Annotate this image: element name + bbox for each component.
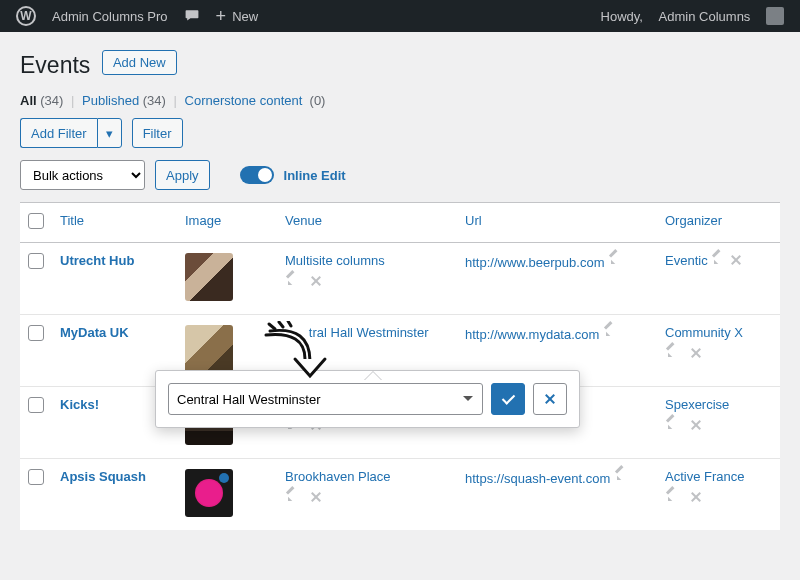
clear-icon[interactable] bbox=[309, 490, 323, 504]
select-all-checkbox[interactable] bbox=[28, 213, 44, 229]
pencil-icon[interactable] bbox=[608, 253, 622, 267]
plus-icon: + bbox=[216, 6, 227, 27]
inline-edit-popover: Central Hall Westminster bbox=[155, 370, 580, 428]
view-published-count: (34) bbox=[143, 93, 166, 108]
pencil-icon[interactable] bbox=[603, 325, 617, 339]
pencil-icon[interactable] bbox=[614, 469, 628, 483]
column-title[interactable]: Title bbox=[60, 213, 84, 228]
howdy-prefix: Howdy, bbox=[601, 9, 643, 24]
column-venue[interactable]: Venue bbox=[285, 213, 322, 228]
row-title-link[interactable]: Apsis Squash bbox=[60, 469, 146, 484]
pencil-icon[interactable] bbox=[665, 346, 679, 360]
filter-button[interactable]: Filter bbox=[132, 118, 183, 148]
check-icon bbox=[505, 392, 512, 406]
add-new-button[interactable]: Add New bbox=[102, 50, 177, 75]
row-checkbox[interactable] bbox=[28, 253, 44, 269]
apply-button[interactable]: Apply bbox=[155, 160, 210, 190]
site-name-menu[interactable]: Admin Columns Pro bbox=[44, 0, 176, 32]
url-link[interactable]: https://squash-event.com bbox=[465, 471, 610, 486]
clear-icon[interactable] bbox=[689, 418, 703, 432]
events-table: Title Image Venue Url Organizer Utrecht … bbox=[20, 202, 780, 530]
new-label: New bbox=[232, 9, 258, 24]
organizer-link[interactable]: Eventic bbox=[665, 253, 708, 268]
pencil-icon[interactable] bbox=[665, 418, 679, 432]
venue-link[interactable]: Central Hall Westminster bbox=[285, 325, 429, 340]
bulk-actions-select[interactable]: Bulk actions bbox=[20, 160, 145, 190]
view-published[interactable]: Published bbox=[82, 93, 139, 108]
pencil-icon[interactable] bbox=[665, 490, 679, 504]
row-thumbnail[interactable] bbox=[185, 325, 233, 373]
organizer-link[interactable]: Active France bbox=[665, 469, 744, 484]
clear-icon[interactable] bbox=[689, 490, 703, 504]
cancel-button[interactable] bbox=[533, 383, 567, 415]
view-cornerstone[interactable]: Cornerstone content bbox=[185, 93, 303, 108]
wp-logo-menu[interactable]: W bbox=[8, 0, 44, 32]
comment-icon bbox=[184, 7, 200, 26]
new-content-menu[interactable]: +New bbox=[208, 0, 267, 32]
table-row: Apsis Squash Brookhaven Place https://sq… bbox=[20, 459, 780, 531]
caret-down-icon: ▾ bbox=[106, 126, 113, 141]
venue-select[interactable]: Central Hall Westminster bbox=[168, 383, 483, 415]
page-title: Events bbox=[20, 52, 90, 79]
confirm-button[interactable] bbox=[491, 383, 525, 415]
view-filters: All (34) | Published (34) | Cornerstone … bbox=[20, 93, 780, 108]
table-row: Utrecht Hub Multisite columns http://www… bbox=[20, 243, 780, 315]
close-icon bbox=[543, 392, 557, 406]
view-all[interactable]: All bbox=[20, 93, 37, 108]
row-thumbnail[interactable] bbox=[185, 469, 233, 517]
my-account-menu[interactable]: Howdy, Admin Columns bbox=[593, 0, 792, 32]
comments-menu[interactable] bbox=[176, 0, 208, 32]
row-title-link[interactable]: MyData UK bbox=[60, 325, 129, 340]
howdy-user: Admin Columns bbox=[659, 9, 751, 24]
clear-icon[interactable] bbox=[689, 346, 703, 360]
column-organizer[interactable]: Organizer bbox=[665, 213, 722, 228]
inline-edit-toggle[interactable] bbox=[240, 166, 274, 184]
row-checkbox[interactable] bbox=[28, 325, 44, 341]
organizer-link[interactable]: Community X bbox=[665, 325, 743, 340]
row-title-link[interactable]: Utrecht Hub bbox=[60, 253, 134, 268]
column-url[interactable]: Url bbox=[465, 213, 482, 228]
inline-edit-label: Inline Edit bbox=[284, 168, 346, 183]
avatar bbox=[766, 7, 784, 25]
admin-bar: W Admin Columns Pro +New Howdy, Admin Co… bbox=[0, 0, 800, 32]
row-checkbox[interactable] bbox=[28, 469, 44, 485]
add-filter-dropdown-button[interactable]: ▾ bbox=[97, 118, 122, 148]
row-title-link[interactable]: Kicks! bbox=[60, 397, 99, 412]
row-checkbox[interactable] bbox=[28, 397, 44, 413]
venue-link[interactable]: Multisite columns bbox=[285, 253, 385, 268]
view-all-count: (34) bbox=[40, 93, 63, 108]
column-image[interactable]: Image bbox=[185, 213, 221, 228]
pencil-icon[interactable] bbox=[285, 490, 299, 504]
url-link[interactable]: http://www.beerpub.com bbox=[465, 255, 604, 270]
add-filter-button[interactable]: Add Filter bbox=[20, 118, 97, 148]
organizer-link[interactable]: Spexercise bbox=[665, 397, 729, 412]
url-link[interactable]: http://www.mydata.com bbox=[465, 327, 599, 342]
site-title: Admin Columns Pro bbox=[52, 9, 168, 24]
pencil-icon[interactable] bbox=[711, 253, 725, 267]
clear-icon[interactable] bbox=[729, 253, 743, 267]
venue-link[interactable]: Brookhaven Place bbox=[285, 469, 391, 484]
pencil-icon[interactable] bbox=[285, 274, 299, 288]
view-cornerstone-count: (0) bbox=[310, 93, 326, 108]
row-thumbnail[interactable] bbox=[185, 253, 233, 301]
clear-icon[interactable] bbox=[309, 274, 323, 288]
wordpress-icon: W bbox=[16, 6, 36, 26]
